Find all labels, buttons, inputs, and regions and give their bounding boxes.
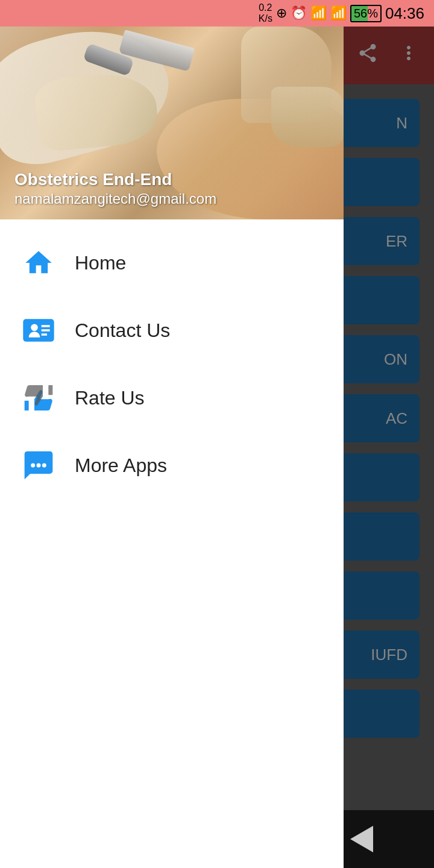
signal2-icon: 📶: [330, 5, 347, 21]
svg-point-7: [42, 464, 46, 468]
svg-point-6: [37, 464, 41, 468]
menu-item-rate[interactable]: Rate Us: [0, 364, 344, 432]
menu-item-contact[interactable]: Contact Us: [0, 297, 344, 364]
nav-back-button[interactable]: [342, 820, 381, 858]
svg-point-1: [31, 324, 38, 332]
rate-label: Rate Us: [75, 387, 145, 409]
hotspot-icon: ⊕: [276, 5, 287, 21]
home-label: Home: [75, 252, 126, 274]
app-title: Obstetrics End-End: [14, 169, 216, 190]
status-bar: 0.2 K/s ⊕ ⏰ 📶 📶 56% 04:36: [0, 0, 434, 27]
back-icon: [350, 826, 373, 852]
menu-item-home[interactable]: Home: [0, 229, 344, 297]
more-apps-label: More Apps: [75, 454, 167, 477]
menu-item-more[interactable]: More Apps: [0, 432, 344, 499]
app-email: namalamzangitech@gmail.com: [14, 190, 216, 207]
drawer-header-text: Obstetrics End-End namalamzangitech@gmai…: [14, 169, 216, 207]
rate-icon: [19, 379, 58, 417]
drawer-menu: Home Contact Us: [0, 219, 344, 509]
time-display: 04:36: [385, 4, 424, 23]
home-icon: [19, 244, 58, 282]
contact-label: Contact Us: [75, 319, 170, 342]
contact-icon: [19, 311, 58, 350]
navigation-drawer: Obstetrics End-End namalamzangitech@gmai…: [0, 27, 344, 868]
signal-icon: 📶: [310, 5, 327, 21]
more-apps-icon: [19, 446, 58, 485]
svg-point-5: [31, 464, 35, 468]
battery-icon: 56%: [350, 5, 382, 22]
alarm-icon: ⏰: [291, 5, 307, 21]
screen: N ER ON AC IUFD: [0, 27, 434, 868]
network-speed: 0.2 K/s: [259, 2, 272, 24]
drawer-header: Obstetrics End-End namalamzangitech@gmai…: [0, 27, 344, 219]
